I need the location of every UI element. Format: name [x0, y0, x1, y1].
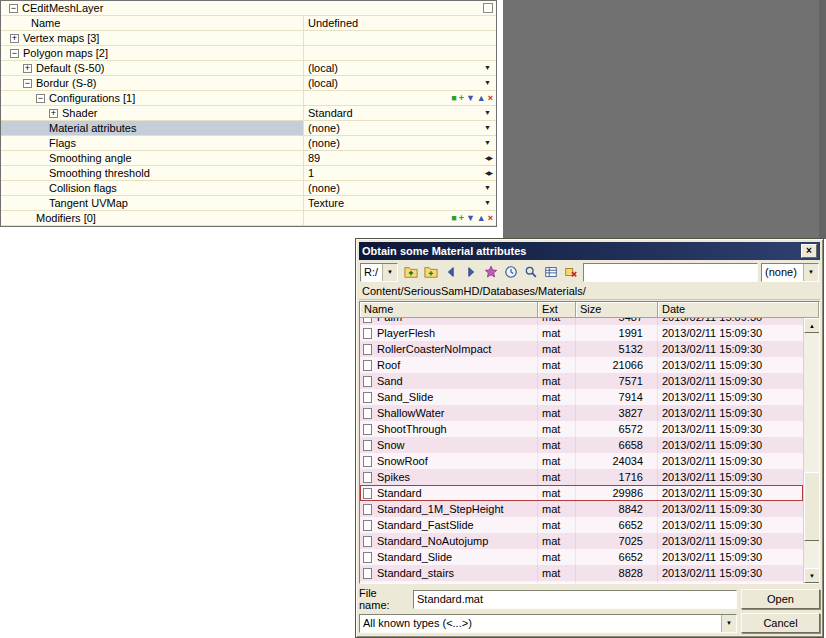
- property-label-cell[interactable]: −Configurations [1]: [1, 91, 304, 105]
- property-row[interactable]: Tangent UVMapTexture▼: [1, 196, 496, 211]
- property-row[interactable]: Collision flags(none)▼: [1, 181, 496, 196]
- file-row[interactable]: Snowmat66582013/02/11 15:09:30: [360, 437, 803, 453]
- property-label-cell[interactable]: −Bordur (S-8): [1, 76, 304, 90]
- property-value-cell[interactable]: (none)▼: [304, 181, 496, 195]
- file-row[interactable]: Roofmat210662013/02/11 15:09:30: [360, 357, 803, 373]
- filter-input[interactable]: [583, 263, 758, 282]
- property-label-cell[interactable]: −Polygon maps [2]: [1, 46, 304, 60]
- property-label-cell[interactable]: Modifiers [0]: [1, 211, 304, 225]
- scroll-down-icon[interactable]: ▼: [804, 568, 820, 583]
- forward-arrow-icon[interactable]: [461, 263, 480, 281]
- property-value-cell[interactable]: (local)▼: [304, 76, 496, 90]
- scroll-up-icon[interactable]: ▲: [804, 318, 820, 333]
- property-value-cell[interactable]: [304, 46, 496, 60]
- dropdown-arrow-icon[interactable]: ▼: [484, 136, 491, 150]
- list-scrollbar[interactable]: ▲ ▼: [803, 318, 819, 583]
- property-row[interactable]: Modifiers [0]■+▼▲×: [1, 211, 496, 226]
- add-item-icon[interactable]: +: [459, 214, 464, 223]
- cancel-button[interactable]: Cancel: [741, 613, 820, 633]
- property-row[interactable]: Smoothing threshold1◀▶: [1, 166, 496, 181]
- collapse-icon[interactable]: −: [23, 79, 32, 88]
- property-label-cell[interactable]: Smoothing threshold: [1, 166, 304, 180]
- file-row[interactable]: PlayerFleshmat19912013/02/11 15:09:30: [360, 325, 803, 341]
- property-row[interactable]: +ShaderStandard▼: [1, 106, 496, 121]
- property-value-cell[interactable]: Standard▼: [304, 106, 496, 120]
- property-value-cell[interactable]: 1◀▶: [304, 166, 496, 180]
- file-row[interactable]: SnowRoofmat240342013/02/11 15:09:30: [360, 453, 803, 469]
- property-value-cell[interactable]: ■+▼▲×: [304, 91, 496, 105]
- file-row[interactable]: RollerCoasterNoImpactmat51322013/02/11 1…: [360, 341, 803, 357]
- property-row[interactable]: Flags(none)▼: [1, 136, 496, 151]
- property-value-cell[interactable]: ■+▼▲×: [304, 211, 496, 225]
- file-row[interactable]: Standard_FastSlidemat66522013/02/11 15:0…: [360, 517, 803, 533]
- file-row[interactable]: Standard_NoAutojumpmat70252013/02/11 15:…: [360, 533, 803, 549]
- folder-up-icon[interactable]: [401, 263, 420, 281]
- property-row[interactable]: +Vertex maps [3]: [1, 31, 496, 46]
- property-value-cell[interactable]: Texture▼: [304, 196, 496, 210]
- collapse-icon[interactable]: −: [9, 4, 18, 13]
- expand-icon[interactable]: +: [23, 64, 32, 73]
- property-row[interactable]: −Configurations [1]■+▼▲×: [1, 91, 496, 106]
- open-button[interactable]: Open: [741, 589, 820, 609]
- dropdown-arrow-icon[interactable]: ▼: [484, 76, 491, 90]
- property-value-cell[interactable]: 89◀▶: [304, 151, 496, 165]
- file-row[interactable]: Standard_HighStairsmat29922013/02/11 15:…: [360, 581, 803, 583]
- move-up-icon[interactable]: ▲: [477, 94, 486, 103]
- spinner-icon[interactable]: ◀▶: [485, 166, 492, 180]
- expand-icon[interactable]: +: [49, 109, 58, 118]
- property-row[interactable]: Material attributes(none)▼: [1, 121, 496, 136]
- file-row[interactable]: Sandmat75712013/02/11 15:09:30: [360, 373, 803, 389]
- history-clock-icon[interactable]: [501, 263, 520, 281]
- 3d-viewport[interactable]: [503, 0, 826, 239]
- property-row[interactable]: −Polygon maps [2]: [1, 46, 496, 61]
- property-label-cell[interactable]: +Vertex maps [3]: [1, 31, 304, 45]
- chevron-down-icon[interactable]: ▼: [382, 264, 397, 281]
- insert-item-icon[interactable]: ■: [451, 214, 456, 223]
- property-value-cell[interactable]: (none)▼: [304, 121, 496, 135]
- list-view-icon[interactable]: [541, 263, 560, 281]
- remove-favorite-icon[interactable]: [561, 263, 580, 281]
- file-row[interactable]: Standard_Slidemat66522013/02/11 15:09:30: [360, 549, 803, 565]
- file-name-input[interactable]: [413, 590, 737, 609]
- chevron-down-icon[interactable]: ▼: [803, 264, 818, 281]
- move-up-icon[interactable]: ▲: [477, 214, 486, 223]
- delete-item-icon[interactable]: ×: [488, 94, 493, 103]
- dropdown-arrow-icon[interactable]: ▼: [484, 61, 491, 75]
- close-icon[interactable]: ×: [801, 244, 817, 258]
- scrollbar-thumb[interactable]: [804, 472, 820, 541]
- panel-scroll-button[interactable]: [483, 3, 493, 13]
- property-value-cell[interactable]: (none)▼: [304, 136, 496, 150]
- move-down-icon[interactable]: ▼: [466, 214, 475, 223]
- property-label-cell[interactable]: Tangent UVMap: [1, 196, 304, 210]
- spinner-icon[interactable]: ◀▶: [485, 151, 492, 165]
- property-label-cell[interactable]: +Default (S-50): [1, 61, 304, 75]
- collapse-icon[interactable]: −: [36, 94, 45, 103]
- property-label-cell[interactable]: Smoothing angle: [1, 151, 304, 165]
- property-label-cell[interactable]: +Shader: [1, 106, 304, 120]
- column-header-name[interactable]: Name: [360, 302, 538, 318]
- file-row[interactable]: Standardmat299862013/02/11 15:09:30: [360, 485, 803, 501]
- file-row[interactable]: Standard_stairsmat88282013/02/11 15:09:3…: [360, 565, 803, 581]
- file-row[interactable]: ShallowWatermat38272013/02/11 15:09:30: [360, 405, 803, 421]
- expand-icon[interactable]: +: [10, 34, 19, 43]
- file-row[interactable]: ShootThroughmat65722013/02/11 15:09:30: [360, 421, 803, 437]
- insert-item-icon[interactable]: ■: [451, 94, 456, 103]
- property-label-cell[interactable]: Flags: [1, 136, 304, 150]
- property-row[interactable]: Smoothing angle89◀▶: [1, 151, 496, 166]
- dialog-titlebar[interactable]: Obtain some Material attributes ×: [359, 242, 820, 260]
- property-label-cell[interactable]: Material attributes: [1, 121, 304, 135]
- favorites-star-icon[interactable]: [481, 263, 500, 281]
- property-value-cell[interactable]: [304, 31, 496, 45]
- add-item-icon[interactable]: +: [459, 94, 464, 103]
- file-row[interactable]: Palmmat54872013/02/11 15:09:30: [360, 318, 803, 325]
- folder-root-icon[interactable]: [421, 263, 440, 281]
- file-row[interactable]: Sand_Slidemat79142013/02/11 15:09:30: [360, 389, 803, 405]
- property-row[interactable]: −Bordur (S-8)(local)▼: [1, 76, 496, 91]
- column-header-ext[interactable]: Ext: [538, 302, 576, 318]
- file-row[interactable]: Spikesmat17162013/02/11 15:09:30: [360, 469, 803, 485]
- file-row[interactable]: Standard_1M_StepHeightmat88422013/02/11 …: [360, 501, 803, 517]
- move-down-icon[interactable]: ▼: [466, 94, 475, 103]
- panel-title-row[interactable]: − CEditMeshLayer: [1, 1, 496, 16]
- column-header-size[interactable]: Size: [576, 302, 658, 318]
- property-value-cell[interactable]: (local)▼: [304, 61, 496, 75]
